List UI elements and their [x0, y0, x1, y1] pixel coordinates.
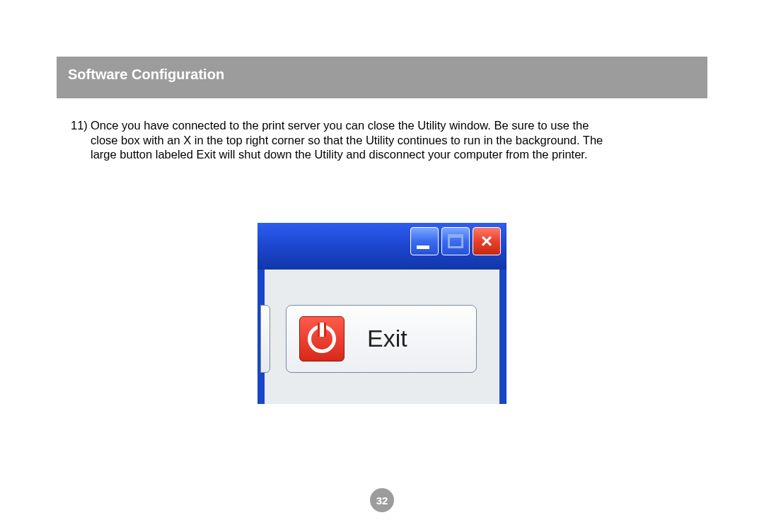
step-line-2: close box with an X in the top right cor…	[71, 133, 693, 148]
document-page: Software Configuration 11)Once you have …	[0, 0, 764, 404]
maximize-icon	[448, 234, 463, 248]
minimize-icon	[417, 245, 429, 249]
page-number: 32	[370, 488, 394, 512]
maximize-button[interactable]	[441, 227, 470, 255]
exit-button-label: Exit	[367, 325, 407, 352]
step-line-3: large button labeled Exit will shut down…	[71, 147, 693, 162]
partial-button-edge	[260, 305, 270, 373]
utility-window-screenshot: × Exit	[257, 223, 507, 404]
window-titlebar: ×	[257, 223, 507, 270]
window-body: Exit	[265, 270, 499, 404]
close-button[interactable]: ×	[473, 227, 501, 255]
step-number: 11)	[71, 118, 91, 133]
power-stem-icon	[318, 323, 326, 337]
minimize-button[interactable]	[410, 227, 439, 255]
close-icon: ×	[481, 231, 492, 251]
page-number-value: 32	[376, 495, 388, 507]
exit-button[interactable]: Exit	[286, 305, 477, 373]
screenshot-container: × Exit	[57, 223, 707, 404]
section-title: Software Configuration	[68, 66, 696, 83]
step-line-1: Once you have connected to the print ser…	[91, 119, 589, 132]
instruction-step: 11)Once you have connected to the print …	[57, 118, 707, 162]
window-controls: ×	[410, 227, 501, 255]
power-ring-icon	[308, 325, 336, 353]
section-header: Software Configuration	[57, 57, 707, 98]
power-icon	[299, 316, 345, 362]
